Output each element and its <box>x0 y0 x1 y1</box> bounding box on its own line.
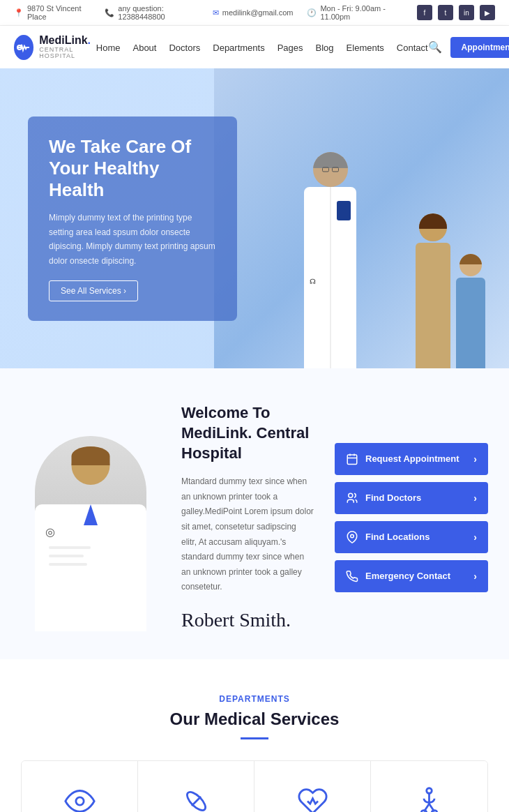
child-head <box>459 254 482 276</box>
people-icon <box>346 492 358 504</box>
hero-doc-body: ☊ <box>304 187 356 368</box>
doc2-head <box>72 446 110 485</box>
nav-links: Home About Doctors Departments Pages Blo… <box>96 41 428 54</box>
twitter-icon[interactable]: t <box>438 5 453 20</box>
doc2-coat: ◎ <box>35 504 146 631</box>
service-cardiology: Cardiology Aorem Ipsumea dummy texte pri… <box>254 761 371 812</box>
adult-head <box>419 213 447 241</box>
chevron-right-icon: › <box>473 571 477 582</box>
hours-item: 🕐 Mon - Fri: 9.00am - 11.00pm <box>307 4 403 21</box>
svg-point-6 <box>351 534 354 538</box>
chevron-right-icon: › <box>473 532 477 543</box>
welcome-title: Welcome To MediLink. Central Hospital <box>181 403 314 463</box>
doctor-figure: ◎ <box>35 436 146 631</box>
request-appointment-button[interactable]: Request Appointment › <box>335 443 488 475</box>
linkedin-icon[interactable]: in <box>459 5 474 20</box>
nav-contact[interactable]: Contact <box>397 43 428 53</box>
doctor-figure-inner: ◎ <box>35 436 146 631</box>
find-doctors-button[interactable]: Find Doctors › <box>335 482 488 514</box>
service-orthopedic: Orthopedic Aorem Ipsumea dummy texte pri… <box>371 761 487 812</box>
svg-point-7 <box>75 797 83 805</box>
nav-actions: 🔍 Appointment <box>428 37 509 58</box>
youtube-icon[interactable]: ▶ <box>480 5 495 20</box>
nav-departments[interactable]: Departments <box>213 43 264 53</box>
title-divider <box>241 737 268 739</box>
welcome-image-col: ◎ <box>21 403 160 631</box>
service-medicine: Medicine Aorem Ipsumea dummy texte print… <box>138 761 254 812</box>
hero-doctor-figure: ☊ <box>303 152 358 368</box>
hero-family-figure <box>416 213 485 368</box>
welcome-description: Mtandard dummy texr since when an unknow… <box>181 474 314 595</box>
email-item: ✉ medilink@gmail.com <box>213 8 294 17</box>
svg-point-0 <box>17 45 22 50</box>
medicine-icon <box>177 782 215 812</box>
hero-box: We Take Care Of Your Healthy Health Mimp… <box>28 116 237 321</box>
adult-body <box>416 243 450 368</box>
facebook-icon[interactable]: f <box>417 5 432 20</box>
pin-icon <box>346 531 358 543</box>
svg-rect-1 <box>347 455 357 465</box>
social-links[interactable]: f t in ▶ <box>417 5 495 20</box>
clock-icon: 🕐 <box>307 8 317 17</box>
see-all-services-button[interactable]: See All Services › <box>49 280 138 301</box>
hero-content: We Take Care Of Your Healthy Health Mimp… <box>0 89 265 349</box>
signature: Robert Smith. <box>181 609 314 631</box>
nav-pages[interactable]: Pages <box>278 43 303 53</box>
nav-blog[interactable]: Blog <box>316 43 334 53</box>
nav-elements[interactable]: Elements <box>347 43 384 53</box>
phone-text: any question: 12388448800 <box>118 4 198 21</box>
calendar-icon <box>346 453 358 465</box>
emergency-contact-button[interactable]: Emergency Contact › <box>335 560 488 592</box>
logo: MediLink. CENTRAL HOSPITAL <box>14 34 96 60</box>
phone-item: 📞 any question: 12388448800 <box>105 4 198 21</box>
eye-care-icon <box>61 782 99 812</box>
service-eye-care: Eye Care Aorem Ipsumea dummy texte print… <box>22 761 138 812</box>
hours-text: Mon - Fri: 9.00am - 11.00pm <box>320 4 403 21</box>
svg-point-5 <box>349 493 353 497</box>
welcome-section: ◎ Welcome To MediLink. Central Hospital … <box>0 368 509 659</box>
chevron-right-icon: › <box>473 493 477 504</box>
address-text: 9870 St Vincent Place <box>27 4 91 21</box>
svg-point-10 <box>427 788 432 794</box>
hero-title: We Take Care Of Your Healthy Health <box>49 136 216 202</box>
departments-title: Our Medical Services <box>21 709 488 729</box>
find-locations-button[interactable]: Find Locations › <box>335 521 488 553</box>
email-icon: ✉ <box>213 8 219 17</box>
navbar: MediLink. CENTRAL HOSPITAL Home About Do… <box>0 26 509 68</box>
appointment-button[interactable]: Appointment <box>450 37 509 58</box>
location-icon: 📍 <box>14 8 24 17</box>
phone-icon <box>346 570 358 582</box>
logo-icon <box>14 35 33 60</box>
child-body <box>456 278 485 368</box>
departments-label: Departments <box>21 694 488 704</box>
hero-doc-head <box>313 152 348 187</box>
adult-figure <box>416 213 450 368</box>
action-buttons-col: Request Appointment › Find Doctors › <box>335 403 488 631</box>
orthopedic-icon <box>410 782 448 812</box>
cardiology-icon <box>294 782 332 812</box>
top-bar: 📍 9870 St Vincent Place 📞 any question: … <box>0 0 509 26</box>
phone-icon: 📞 <box>105 8 114 17</box>
services-grid: Eye Care Aorem Ipsumea dummy texte print… <box>21 760 488 812</box>
nav-about[interactable]: About <box>132 43 156 53</box>
welcome-text-col: Welcome To MediLink. Central Hospital Mt… <box>160 403 335 631</box>
child-figure <box>456 254 485 368</box>
nav-home[interactable]: Home <box>96 43 121 53</box>
brand-name: MediLink. <box>39 34 96 47</box>
stethoscope-icon: ◎ <box>45 525 55 539</box>
nav-doctors[interactable]: Doctors <box>169 43 200 53</box>
hero-description: Mimply dummy text of the printing type s… <box>49 211 216 268</box>
brand-sub: CENTRAL HOSPITAL <box>39 47 96 61</box>
logo-text: MediLink. CENTRAL HOSPITAL <box>39 34 96 60</box>
address-item: 📍 9870 St Vincent Place <box>14 4 91 21</box>
departments-section: Departments Our Medical Services Eye Car… <box>0 659 509 812</box>
email-text: medilink@gmail.com <box>222 8 294 17</box>
search-button[interactable]: 🔍 <box>428 40 442 54</box>
svg-line-9 <box>191 797 200 806</box>
hero-section: ☊ We Take Ca <box>0 68 509 368</box>
chevron-right-icon: › <box>473 453 477 465</box>
